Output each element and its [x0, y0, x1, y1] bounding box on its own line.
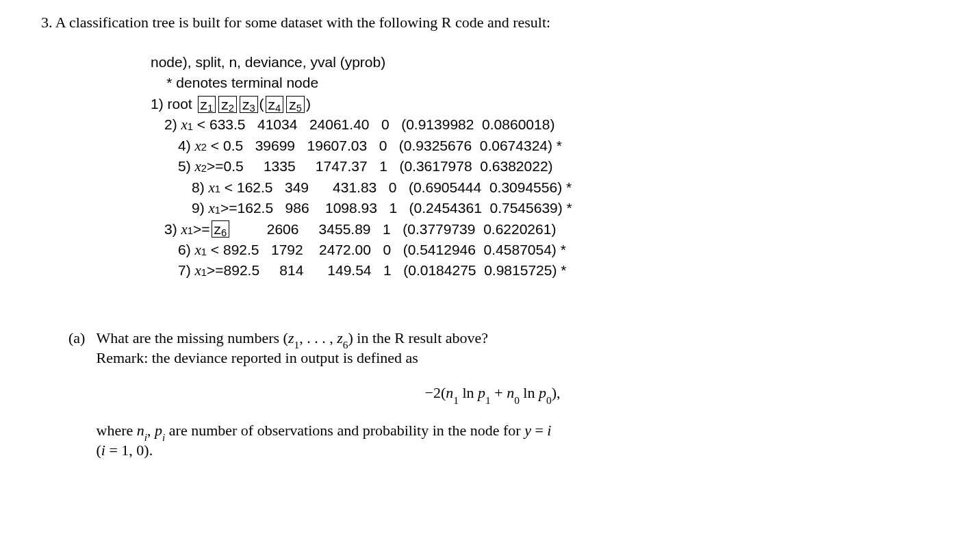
tree-node-2: 2) x1 < 633.5 41034 24061.40 0 (0.913998…	[151, 114, 916, 135]
z6-box: z6	[212, 220, 230, 238]
tree-node-4: 4) x2 < 0.5 39699 19607.03 0 (0.9325676 …	[151, 136, 916, 156]
z1-box: z1	[198, 96, 216, 113]
part-a-remark: Remark: the deviance reported in output …	[97, 349, 418, 366]
tree-node-9: 9) x1>=162.5 986 1098.93 1 (0.2454361 0.…	[151, 198, 916, 218]
part-a: (a) What are the missing numbers (z1, . …	[68, 329, 916, 459]
problem-number: 3.	[41, 14, 53, 31]
tree-node-5: 5) x2>=0.5 1335 1747.37 1 (0.3617978 0.6…	[151, 156, 916, 177]
root-label: 1) root	[151, 94, 196, 114]
part-a-q-line1: What are the missing numbers (z1, . . . …	[97, 329, 489, 346]
z2-box: z2	[218, 96, 237, 113]
part-a-postformula: where ni, pi are number of observations …	[97, 422, 889, 459]
problem-intro-text: A classification tree is built for some …	[55, 14, 550, 31]
z5-box: z5	[286, 96, 305, 113]
tree-node-8: 8) x1 < 162.5 349 431.83 0 (0.6905444 0.…	[151, 177, 916, 198]
tree-header-1: node), split, n, deviance, yval (yprob)	[151, 52, 916, 73]
deviance-formula: −2(n1 ln p1 + n0 ln p0),	[97, 384, 889, 404]
z3-box: z3	[240, 96, 258, 113]
tree-node-7: 7) x1>=892.5 814 149.54 1 (0.0184275 0.9…	[151, 260, 916, 281]
part-a-label: (a)	[68, 329, 92, 347]
problem-intro: 3. A classification tree is built for so…	[41, 14, 916, 31]
tree-root-line: 1) root z1 z2 z3 (z4 z5)	[151, 94, 916, 114]
paren-open: (	[259, 94, 264, 114]
r-output-block: node), split, n, deviance, yval (yprob) …	[151, 52, 916, 281]
tree-header-2: * denotes terminal node	[151, 73, 916, 93]
tree-node-3: 3) x1>=z6 2606 3455.89 1 (0.3779739 0.62…	[151, 219, 916, 240]
tree-node-6: 6) x1 < 892.5 1792 2472.00 0 (0.5412946 …	[151, 240, 916, 260]
paren-close: )	[306, 94, 311, 114]
z4-box: z4	[266, 96, 284, 113]
part-a-body: What are the missing numbers (z1, . . . …	[97, 329, 889, 459]
